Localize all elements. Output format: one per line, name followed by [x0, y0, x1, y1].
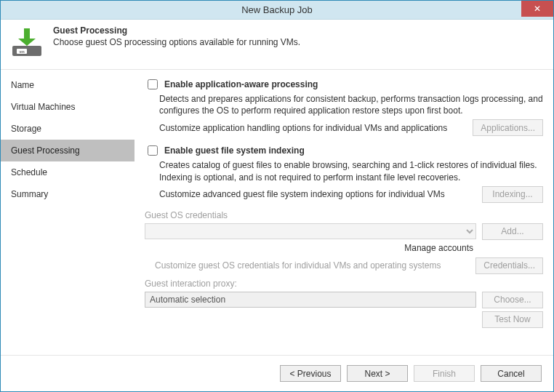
enable-app-aware-checkbox[interactable]: [148, 79, 158, 89]
test-now-button[interactable]: Test Now: [482, 311, 543, 328]
sidebar-item-schedule[interactable]: Schedule: [1, 161, 135, 183]
indexing-customize-text: Customize advanced guest file system ind…: [159, 189, 476, 199]
indexing-section: Enable guest file system indexing Create…: [145, 143, 543, 202]
applications-button[interactable]: Applications...: [473, 119, 543, 136]
choose-proxy-button[interactable]: Choose...: [482, 292, 543, 308]
enable-indexing-label: Enable guest file system indexing: [164, 145, 305, 156]
content-panel: Enable application-aware processing Dete…: [135, 70, 553, 355]
page-title: Guest Processing: [53, 25, 300, 36]
sidebar-item-name[interactable]: Name: [1, 74, 135, 96]
sidebar-item-virtual-machines[interactable]: Virtual Machines: [1, 96, 135, 118]
previous-button[interactable]: < Previous: [280, 365, 341, 382]
app-aware-description: Detects and prepares applications for co…: [159, 93, 543, 116]
credentials-button[interactable]: Credentials...: [475, 257, 543, 274]
svg-text:vm: vm: [19, 49, 25, 54]
app-aware-customize-text: Customize application handling options f…: [159, 123, 467, 133]
wizard-body: Name Virtual Machines Storage Guest Proc…: [1, 69, 553, 355]
close-button[interactable]: ✕: [521, 1, 553, 17]
enable-indexing-checkbox[interactable]: [148, 145, 158, 156]
guest-processing-icon: vm: [11, 25, 46, 60]
wizard-footer: < Previous Next > Finish Cancel: [1, 355, 553, 391]
finish-button[interactable]: Finish: [414, 365, 475, 382]
sidebar-item-guest-processing[interactable]: Guest Processing: [1, 140, 135, 161]
sidebar-item-summary[interactable]: Summary: [1, 183, 135, 205]
manage-accounts-link[interactable]: Manage accounts: [404, 243, 473, 253]
proxy-label: Guest interaction proxy:: [145, 279, 543, 289]
credentials-group-label: Guest OS credentials: [145, 210, 543, 220]
enable-app-aware-label: Enable application-aware processing: [164, 79, 318, 89]
page-subtitle: Choose guest OS processing options avail…: [53, 37, 300, 47]
proxy-value: Automatic selection: [145, 292, 476, 308]
titlebar: New Backup Job ✕: [1, 1, 553, 20]
indexing-description: Creates catalog of guest files to enable…: [159, 159, 543, 183]
credentials-customize-text: Customize guest OS credentials for indiv…: [155, 260, 470, 271]
sidebar: Name Virtual Machines Storage Guest Proc…: [1, 70, 135, 355]
indexing-button[interactable]: Indexing...: [482, 186, 543, 203]
close-icon: ✕: [534, 4, 541, 13]
wizard-window: New Backup Job ✕ vm Guest Processing Cho…: [0, 0, 554, 392]
add-credentials-button[interactable]: Add...: [482, 223, 543, 240]
window-title: New Backup Job: [241, 4, 313, 15]
cancel-button[interactable]: Cancel: [481, 365, 542, 382]
app-aware-section: Enable application-aware processing Dete…: [145, 77, 543, 136]
sidebar-item-storage[interactable]: Storage: [1, 118, 135, 140]
next-button[interactable]: Next >: [347, 365, 408, 382]
credentials-select[interactable]: [145, 223, 476, 239]
wizard-header: vm Guest Processing Choose guest OS proc…: [1, 20, 553, 69]
